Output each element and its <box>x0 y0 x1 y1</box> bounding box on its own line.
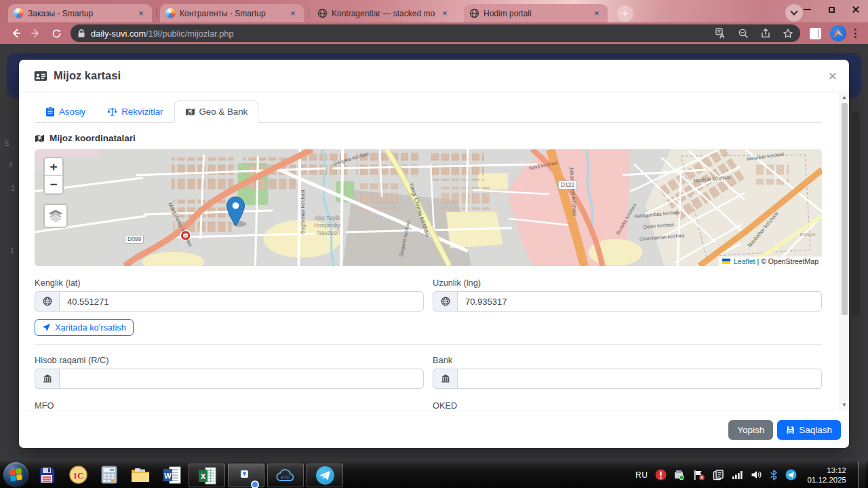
scroll-down-arrow[interactable]: ▼ <box>840 400 848 410</box>
tab-close-icon[interactable]: × <box>288 8 298 19</box>
browser-menu-button[interactable] <box>854 29 856 38</box>
taskbar-cloud-app[interactable]: KTC <box>267 464 304 487</box>
leaflet-map[interactable]: Marg'inoniy ko'chasiJahon Obro ko'chasiY… <box>35 149 822 266</box>
lng-label: Uzunlik (lng) <box>433 278 822 288</box>
taskbar-excel-app[interactable]: X <box>189 464 225 487</box>
taskbar-chrome-app[interactable]: ▼ <box>228 464 264 487</box>
tab-close-icon[interactable]: × <box>591 8 602 19</box>
bookmark-star-icon[interactable] <box>783 28 793 39</box>
globe-icon <box>35 291 59 312</box>
modal-footer: Yopish Saqlash <box>19 411 849 448</box>
road-badge-d099: D099 <box>125 235 144 244</box>
action-center-flag-icon[interactable] <box>693 470 705 481</box>
close-icon <box>852 5 860 14</box>
browser-tab-4[interactable]: Hodim portali × <box>464 4 608 22</box>
window-restore-button[interactable] <box>819 0 844 19</box>
volume-icon[interactable] <box>751 470 762 480</box>
clipboard-icon <box>45 107 55 117</box>
translate-icon[interactable] <box>715 28 726 39</box>
ghost-text: S <box>4 139 9 147</box>
browser-tab-3[interactable]: Kontragentlar — stacked modal ( × <box>312 4 456 22</box>
tab-asosiy[interactable]: Asosiy <box>35 100 96 123</box>
tab-separator <box>156 8 157 18</box>
clock-date: 01.12.2025 <box>807 475 846 485</box>
share-icon[interactable] <box>760 28 771 39</box>
taskbar-1c-app[interactable]: 1С <box>62 462 94 488</box>
bank-icon <box>433 369 457 389</box>
taskbar-word-app[interactable]: W <box>156 462 187 488</box>
word-app-icon: W <box>163 466 181 484</box>
svg-text:W: W <box>164 471 172 479</box>
svg-text:KTC: KTC <box>281 474 290 479</box>
taskbar-floppy-app[interactable] <box>31 462 62 488</box>
alert-tray-icon[interactable] <box>655 469 667 481</box>
tab-geo-bank[interactable]: Geo & Bank <box>174 100 259 123</box>
url-text: daily-suvi.com/19l/public/mijozlar.php <box>91 29 234 39</box>
ukraine-flag-icon <box>722 259 730 264</box>
forward-button[interactable] <box>26 24 46 42</box>
side-panel-button[interactable] <box>810 28 821 39</box>
layers-icon <box>48 209 63 223</box>
language-indicator[interactable]: RU <box>635 470 648 480</box>
telegram-tray-icon[interactable] <box>785 469 797 481</box>
account-input[interactable] <box>59 369 424 389</box>
zoom-in-button[interactable]: + <box>45 158 62 176</box>
ghost-text: 1 <box>10 246 14 255</box>
tab-rekvizitlar[interactable]: Rekvizitlar <box>96 100 174 123</box>
browser-tab-1[interactable]: Заказы - Smartup × <box>8 4 152 22</box>
mfo-label: MFO <box>35 400 424 411</box>
close-button[interactable]: Yopish <box>728 420 773 440</box>
osm-link[interactable]: © OpenStreetMap <box>761 257 818 265</box>
taskbar-telegram-app[interactable] <box>307 464 343 487</box>
taskbar-calculator-app[interactable] <box>94 462 125 488</box>
zoom-icon[interactable] <box>738 28 749 39</box>
lat-input[interactable] <box>59 291 424 312</box>
tab-close-icon[interactable]: × <box>439 8 450 19</box>
clipboard-tray-icon[interactable] <box>713 470 724 481</box>
reload-button[interactable] <box>46 24 66 42</box>
bluetooth-icon[interactable] <box>770 470 778 481</box>
tab-title: Kontragentlar — stacked modal ( <box>332 9 435 18</box>
tab-title: Заказы - Smartup <box>28 9 132 18</box>
address-bar[interactable]: daily-suvi.com/19l/public/mijozlar.php <box>71 24 800 42</box>
tab-close-icon[interactable]: × <box>136 8 146 19</box>
ghost-text: 1 <box>11 184 15 192</box>
account-label: Hisob raqami (R/C) <box>35 355 424 365</box>
system-tray: RU 13:12 01.12.2025 <box>635 462 868 488</box>
new-tab-button[interactable]: + <box>617 5 633 22</box>
svg-text:Eshon: Eshon <box>800 231 816 238</box>
window-close-button[interactable] <box>844 0 868 19</box>
leaflet-link[interactable]: Leaflet <box>734 257 755 265</box>
show-on-map-button[interactable]: Xaritada ko'rsatish <box>35 319 134 336</box>
tab-title: Hodim portali <box>484 9 587 18</box>
bank-input[interactable] <box>457 369 822 389</box>
zoom-out-button[interactable]: − <box>45 176 62 193</box>
browser-chrome: Заказы - Smartup × Контрагенты - Smartup… <box>0 0 868 44</box>
lng-input[interactable] <box>457 291 822 312</box>
attribution-separator: | <box>757 257 759 265</box>
browser-tab-2[interactable]: Контрагенты - Smartup × <box>160 4 304 22</box>
modal-scrollbar[interactable]: ▲ ▼ <box>840 93 848 410</box>
telegram-app-icon <box>316 466 334 485</box>
scroll-up-arrow[interactable]: ▲ <box>840 93 848 102</box>
mijoz-kartasi-modal: Mijoz kartasi × Asosiy Rekvizitlar Geo &… <box>19 60 849 448</box>
window-minimize-button[interactable] <box>795 0 819 19</box>
account-input-group <box>35 369 424 389</box>
modal-close-button[interactable]: × <box>829 69 837 83</box>
modal-body: Asosiy Rekvizitlar Geo & Bank Mijoz koor… <box>19 92 849 411</box>
clock-time: 13:12 <box>807 466 846 475</box>
save-button[interactable]: Saqlash <box>777 420 841 440</box>
security-tray-icon[interactable] <box>674 470 686 481</box>
taskbar-folder-app[interactable] <box>125 462 156 488</box>
taskbar-clock[interactable]: 13:12 01.12.2025 <box>807 466 846 485</box>
start-button[interactable] <box>0 462 31 488</box>
show-desktop-button[interactable] <box>858 462 865 488</box>
map-layers-button[interactable] <box>43 204 68 228</box>
map-attribution: Leaflet | © OpenStreetMap <box>719 257 822 266</box>
back-button[interactable] <box>5 24 26 42</box>
save-floppy-icon <box>786 426 795 434</box>
scrollbar-thumb[interactable] <box>842 103 848 315</box>
network-signal-icon[interactable] <box>732 470 743 480</box>
profile-avatar[interactable] <box>830 25 846 41</box>
modal-title: Mijoz kartasi <box>54 69 121 82</box>
